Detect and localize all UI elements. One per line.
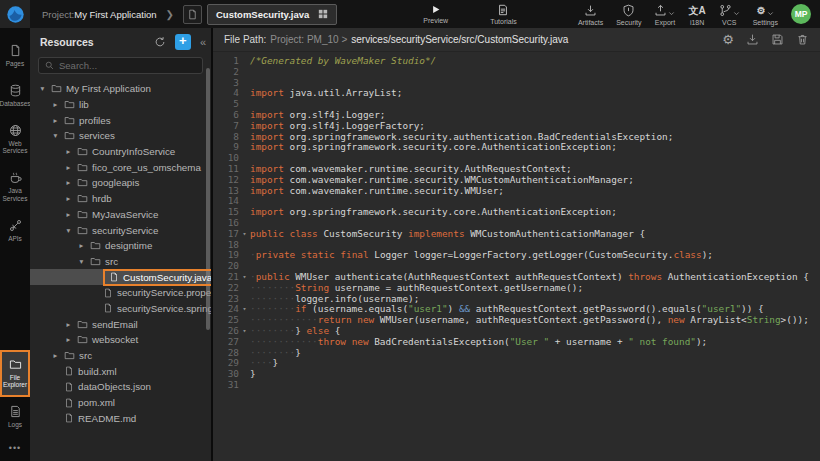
tree-item-label: hrdb [92, 193, 112, 204]
tree-item-hrdb[interactable]: ▸hrdb [30, 191, 211, 207]
pages-label: Pages [6, 60, 24, 68]
file-icon [64, 398, 74, 408]
tutorials-button[interactable]: Tutorials [490, 4, 517, 25]
tree-item-securityservice-properties[interactable]: securityService.properties [30, 285, 211, 301]
tree-item-securityservice-spring-xml[interactable]: securityService.spring.xml [30, 301, 211, 317]
code-text: import org.springframework.security.core… [250, 207, 617, 218]
sidebar-item-logs[interactable]: Logs [0, 397, 30, 437]
tree-item-services[interactable]: ▾services [30, 128, 211, 144]
fold-arrow-icon[interactable]: ▾ [239, 229, 250, 240]
line-number: 22 [213, 283, 239, 294]
tree-item-lib[interactable]: ▸lib [30, 97, 211, 113]
chevron-right-icon[interactable]: ▸ [51, 351, 60, 360]
refresh-icon[interactable] [154, 36, 166, 48]
chevron-right-icon[interactable]: ▸ [64, 335, 73, 344]
code-area[interactable]: 1/*Generated by WaveMaker Studio*/234imp… [213, 52, 820, 461]
preview-button[interactable]: Preview [423, 4, 448, 24]
tree-item-designtime[interactable]: ▸designtime [30, 238, 211, 254]
chevron-right-icon[interactable]: ▸ [64, 194, 73, 203]
sidebar-item-web-services[interactable]: Web Services [0, 116, 30, 164]
chevron-right-icon[interactable]: ▸ [64, 147, 73, 156]
tree-item-dataobjects-json[interactable]: dataObjects.json [30, 379, 211, 395]
tree-item-pom-xml[interactable]: pom.xml [30, 395, 211, 411]
code-text: ············throw new BadCredentialsExce… [250, 337, 707, 348]
settings-button[interactable]: ⚙Settings [753, 3, 778, 26]
tree-item-label: designtime [105, 240, 152, 251]
sidebar-item-java-services[interactable]: Java Services [0, 163, 30, 211]
chevron-down-icon[interactable]: ▾ [64, 226, 73, 235]
file-icon-button[interactable] [183, 5, 202, 24]
folder-icon [64, 350, 75, 361]
fold-arrow-icon[interactable]: ▾ [239, 326, 250, 337]
tree-item-fico-core-us-omschema[interactable]: ▸fico_core_us_omschema [30, 159, 211, 175]
editor-download-icon[interactable] [746, 33, 759, 46]
collapse-panel-icon[interactable]: « [200, 36, 206, 48]
file-icon [103, 288, 113, 298]
more-menu-button[interactable]: ••• [0, 437, 30, 461]
caret-icon [733, 10, 740, 17]
sidebar-item-databases[interactable]: Databases [0, 76, 30, 116]
editor-save-icon[interactable] [771, 33, 784, 46]
tab-customsecurity-java[interactable]: CustomSecurity.java [207, 4, 337, 25]
file-icon [103, 303, 113, 313]
code-line-17: 17▾public class CustomSecurity implement… [213, 229, 820, 240]
tree-item-myjavaservice[interactable]: ▸MyJavaService [30, 207, 211, 223]
user-avatar[interactable]: MP [791, 4, 811, 24]
file-icon [109, 272, 119, 282]
tree-item-websocket[interactable]: ▸websocket [30, 332, 211, 348]
tree-item-label: fico_core_us_omschema [92, 162, 201, 173]
security-label: Security [616, 19, 641, 26]
fold-arrow-icon[interactable]: ▾ [239, 272, 250, 283]
tree-item-label: README.md [78, 413, 136, 424]
tree-item-src[interactable]: ▸src [30, 348, 211, 364]
chevron-down-icon[interactable]: ▾ [51, 131, 60, 140]
tree-scrollbar[interactable] [206, 68, 210, 330]
chevron-right-icon[interactable]: ▸ [64, 178, 73, 187]
security-button[interactable]: Security [616, 3, 641, 26]
coffee-icon [9, 171, 22, 184]
file-path-project: Project: PM_10 > [270, 34, 347, 45]
editor-delete-icon[interactable] [796, 33, 809, 46]
chevron-down-icon[interactable]: ▾ [77, 257, 86, 266]
logs-label: Logs [8, 421, 22, 429]
file-path-value: services/securityService/src/CustomSecur… [351, 34, 568, 45]
tree-item-src[interactable]: ▾src [30, 254, 211, 270]
chevron-down-icon[interactable]: ▾ [38, 84, 47, 93]
chevron-right-icon[interactable]: ▸ [51, 100, 60, 109]
artifacts-button[interactable]: Artifacts [578, 3, 603, 26]
tree-item-label: pom.xml [78, 397, 115, 408]
search-input[interactable] [59, 60, 196, 71]
sidebar-item-pages[interactable]: Pages [0, 36, 30, 76]
tree-item-label: MyJavaService [92, 209, 158, 220]
tree-item-countryinfoservice[interactable]: ▸CountryInfoService [30, 144, 211, 160]
branch-icon-row [719, 3, 740, 17]
chevron-right-icon[interactable]: ▸ [77, 241, 86, 250]
vcs-button[interactable]: VCS [719, 3, 740, 26]
databases-label: Databases [0, 100, 31, 108]
editor-settings-icon[interactable]: ⚙ [722, 33, 734, 46]
chevron-right-icon[interactable]: ▸ [51, 116, 60, 125]
tree-item-sendemail[interactable]: ▸sendEmail [30, 316, 211, 332]
tree-item-label: CustomSecurity.java [123, 272, 211, 283]
code-line-1: 1/*Generated by WaveMaker Studio*/ [213, 56, 820, 67]
grid-icon[interactable] [318, 9, 328, 19]
sidebar-item-file-explorer[interactable]: File Explorer [0, 350, 30, 398]
tree-item-my-first-application[interactable]: ▾My First Application [30, 81, 211, 97]
export-button[interactable]: Export [654, 3, 675, 26]
database-icon [9, 84, 22, 97]
chevron-right-icon[interactable]: ▸ [64, 210, 73, 219]
tree-item-securityservice[interactable]: ▾securityService [30, 222, 211, 238]
tree-item-profiles[interactable]: ▸profiles [30, 112, 211, 128]
tree-item-readme-md[interactable]: README.md [30, 410, 211, 426]
chevron-right-icon[interactable]: ▸ [64, 320, 73, 329]
wavemaker-logo-icon[interactable] [0, 0, 30, 28]
tree-item-googleapis[interactable]: ▸googleapis [30, 175, 211, 191]
tree-item-customsecurity-java[interactable]: CustomSecurity.java [30, 269, 211, 285]
i18n-button[interactable]: 文Ai18N [688, 3, 705, 26]
sidebar-item-apis[interactable]: APIs [0, 211, 30, 251]
fold-arrow-icon[interactable]: ▾ [239, 304, 250, 315]
chevron-right-icon[interactable]: ▸ [64, 163, 73, 172]
upload-icon-row [654, 3, 675, 17]
tree-item-build-xml[interactable]: build.xml [30, 363, 211, 379]
add-resource-button[interactable]: + [175, 34, 191, 50]
